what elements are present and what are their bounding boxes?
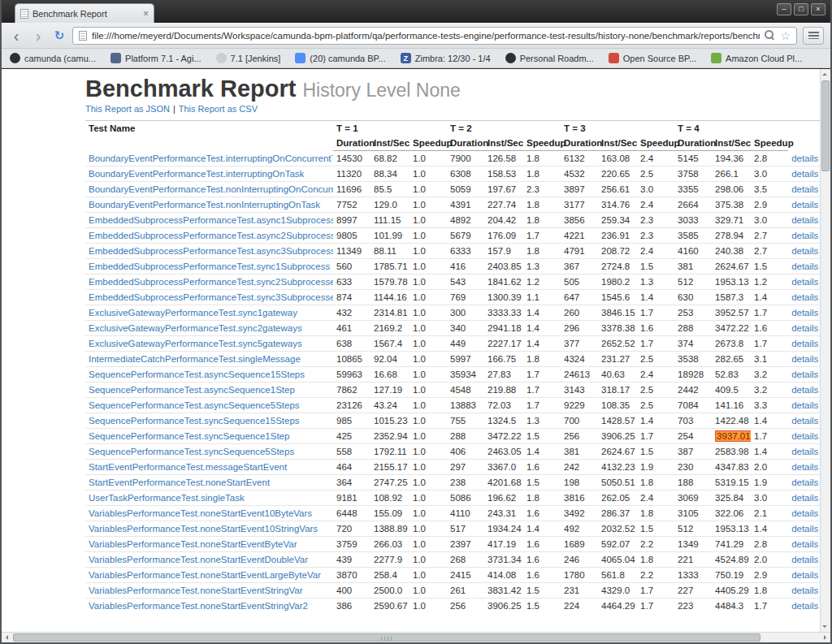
- test-name-link[interactable]: StartEventPerformanceTest.noneStartEvent: [89, 478, 270, 487]
- scroll-down-icon[interactable]: [820, 621, 830, 632]
- details-link[interactable]: details: [791, 447, 818, 456]
- details-link[interactable]: details: [791, 370, 818, 379]
- instsec-header: Inst/Sec: [598, 136, 637, 151]
- close-button[interactable]: ×: [811, 3, 826, 15]
- test-name-link[interactable]: ExclusiveGatewayPerformanceTest.sync2gat…: [89, 323, 302, 333]
- duration-header: Duration: [333, 136, 370, 151]
- details-link[interactable]: details: [791, 215, 818, 225]
- details-link[interactable]: details: [791, 184, 818, 194]
- scroll-up-icon[interactable]: [820, 69, 830, 80]
- test-name-link[interactable]: BoundaryEventPerformanceTest.nonInterrup…: [89, 200, 320, 210]
- url-text[interactable]: file:///home/meyerd/Documents/Workspace/…: [92, 31, 760, 41]
- report-json-link[interactable]: This Report as JSON: [85, 104, 170, 114]
- details-link[interactable]: details: [791, 339, 818, 348]
- test-name-link[interactable]: VariablesPerformanceTest.noneStartEventS…: [89, 601, 308, 611]
- horizontal-scrollbar[interactable]: [2, 632, 830, 642]
- bookmark-star-icon[interactable]: ☆: [780, 30, 791, 41]
- scroll-right-icon[interactable]: [820, 633, 830, 643]
- details-link[interactable]: details: [791, 385, 818, 395]
- speedup-cell: 1.7: [751, 599, 788, 614]
- details-link[interactable]: details: [791, 153, 818, 163]
- details-link[interactable]: details: [791, 246, 818, 256]
- details-link[interactable]: details: [791, 169, 818, 179]
- details-link[interactable]: details: [791, 308, 818, 318]
- test-name-link[interactable]: VariablesPerformanceTest.noneStartEvent1…: [89, 508, 312, 518]
- details-link[interactable]: details: [791, 493, 818, 503]
- test-name-link[interactable]: SequencePerformanceTest.asyncSequence15S…: [89, 370, 305, 379]
- details-link[interactable]: details: [791, 524, 818, 534]
- test-name-link[interactable]: StartEventPerformanceTest.messageStartEv…: [89, 462, 287, 472]
- test-name-link[interactable]: EmbeddedSubprocessPerformanceTest.sync1S…: [89, 261, 330, 271]
- test-name-link[interactable]: SequencePerformanceTest.syncSequence1Ste…: [89, 431, 289, 441]
- horizontal-scrollbar-thumb[interactable]: [13, 633, 760, 642]
- details-link[interactable]: details: [791, 323, 818, 333]
- link-separator: |: [173, 104, 176, 114]
- test-name-link[interactable]: ExclusiveGatewayPerformanceTest.sync5gat…: [89, 339, 302, 348]
- test-name-link[interactable]: SequencePerformanceTest.asyncSequence5St…: [89, 400, 300, 410]
- details-link[interactable]: details: [791, 200, 818, 210]
- details-link[interactable]: details: [791, 231, 818, 240]
- reload-icon[interactable]: ↻: [52, 28, 67, 43]
- details-link[interactable]: details: [791, 478, 818, 487]
- test-name-link[interactable]: EmbeddedSubprocessPerformanceTest.async3…: [89, 246, 333, 256]
- details-link[interactable]: details: [791, 277, 818, 287]
- bookmark-item[interactable]: Platform 7.1 - Agi...: [110, 53, 202, 63]
- test-name-link[interactable]: ExclusiveGatewayPerformanceTest.sync1gat…: [89, 308, 297, 318]
- bookmark-item[interactable]: (20) camunda BP...: [295, 53, 385, 63]
- bookmark-item[interactable]: Open Source BP...: [609, 53, 696, 63]
- minimize-button[interactable]: –: [777, 3, 791, 15]
- test-name-link[interactable]: IntermediateCatchPerformanceTest.singleM…: [89, 354, 301, 364]
- details-link[interactable]: details: [791, 261, 818, 271]
- test-name-link[interactable]: EmbeddedSubprocessPerformanceTest.async2…: [89, 231, 333, 240]
- vertical-scrollbar-thumb[interactable]: [821, 80, 830, 171]
- test-name-link[interactable]: VariablesPerformanceTest.noneStartEvent1…: [89, 524, 318, 534]
- scroll-left-icon[interactable]: [2, 633, 12, 643]
- details-link[interactable]: details: [791, 555, 818, 564]
- duration-cell: 1333: [674, 568, 712, 583]
- back-icon[interactable]: ‹: [8, 28, 24, 43]
- bookmark-item[interactable]: Personal Roadm...: [505, 53, 594, 63]
- forward-icon[interactable]: ›: [30, 28, 46, 43]
- instsec-cell: 3378.38: [598, 321, 637, 336]
- report-csv-link[interactable]: This Report as CSV: [179, 104, 258, 114]
- details-link[interactable]: details: [791, 400, 818, 410]
- test-name-link[interactable]: BoundaryEventPerformanceTest.interruptin…: [89, 153, 333, 163]
- details-link[interactable]: details: [791, 601, 818, 611]
- test-name-link[interactable]: EmbeddedSubprocessPerformanceTest.sync3S…: [89, 292, 333, 302]
- test-name-link[interactable]: SequencePerformanceTest.syncSequence5Ste…: [89, 447, 294, 456]
- details-link[interactable]: details: [791, 431, 818, 441]
- test-name-link[interactable]: SequencePerformanceTest.asyncSequence1St…: [89, 385, 295, 395]
- bookmark-item[interactable]: 7.1 [Jenkins]: [216, 53, 281, 63]
- tab-close-icon[interactable]: ×: [143, 10, 149, 18]
- browser-tab[interactable]: Benchmark Report ×: [15, 3, 154, 23]
- test-name-link[interactable]: BoundaryEventPerformanceTest.interruptin…: [89, 169, 304, 179]
- details-link[interactable]: details: [791, 416, 818, 426]
- test-name-link[interactable]: EmbeddedSubprocessPerformanceTest.async1…: [89, 215, 333, 225]
- test-name-link[interactable]: SequencePerformanceTest.syncSequence15St…: [89, 416, 300, 426]
- duration-cell: 3816: [561, 491, 598, 506]
- test-name-link[interactable]: VariablesPerformanceTest.noneStartEventS…: [89, 586, 303, 595]
- details-link[interactable]: details: [791, 292, 818, 302]
- maximize-button[interactable]: □: [794, 3, 808, 15]
- test-name-link[interactable]: VariablesPerformanceTest.noneStartEventL…: [89, 570, 321, 580]
- search-icon[interactable]: [765, 30, 775, 41]
- details-link[interactable]: details: [791, 570, 818, 580]
- bookmark-item[interactable]: Amazon Cloud Pl...: [711, 53, 802, 63]
- menu-button[interactable]: [803, 27, 824, 45]
- vertical-scrollbar[interactable]: [820, 69, 830, 632]
- details-link[interactable]: details: [791, 508, 818, 518]
- test-name-link[interactable]: UserTaskPerformanceTest.singleTask: [89, 493, 245, 503]
- test-name-link[interactable]: BoundaryEventPerformanceTest.nonInterrup…: [89, 184, 333, 194]
- details-link[interactable]: details: [791, 354, 818, 364]
- test-name-link[interactable]: VariablesPerformanceTest.noneStartEventB…: [89, 539, 297, 549]
- instsec-cell: 27.83: [484, 367, 523, 383]
- details-link[interactable]: details: [791, 462, 818, 472]
- test-name-link[interactable]: VariablesPerformanceTest.noneStartEventD…: [89, 555, 308, 564]
- bookmark-item[interactable]: Z Zimbra: 12/30 - 1/4: [401, 53, 491, 63]
- duration-cell: 769: [447, 290, 484, 305]
- bookmark-item[interactable]: camunda (camu...: [10, 53, 96, 63]
- test-name-link[interactable]: EmbeddedSubprocessPerformanceTest.sync2S…: [89, 277, 333, 287]
- address-bar[interactable]: file:///home/meyerd/Documents/Workspace/…: [72, 27, 797, 45]
- details-link[interactable]: details: [791, 539, 818, 549]
- details-link[interactable]: details: [791, 586, 818, 595]
